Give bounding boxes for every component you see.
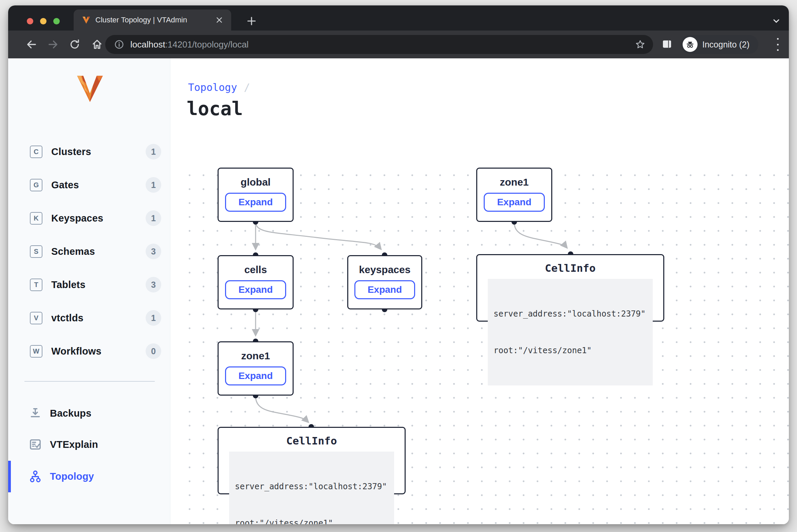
- node-title: global: [241, 176, 271, 188]
- keyspaces-letter-icon: K: [30, 212, 42, 225]
- browser-toolbar: localhost:14201/topology/local Incognito…: [8, 31, 789, 58]
- active-item-indicator: [8, 461, 11, 492]
- count-badge: 3: [146, 244, 161, 259]
- cellinfo-code: server_address:"localhost:2379" root:"/v…: [229, 452, 394, 524]
- sidebar-item-vtctlds[interactable]: V vtctlds 1: [8, 308, 170, 327]
- sidebar-item-label: vtctlds: [51, 312, 84, 324]
- topology-canvas: Topology/ local: [170, 58, 789, 524]
- sidebar-item-workflows[interactable]: W Workflows 0: [8, 342, 170, 361]
- sidebar-item-label: Tablets: [51, 279, 86, 290]
- forward-button[interactable]: [47, 39, 59, 50]
- node-title: keyspaces: [359, 264, 411, 276]
- edge-zone1-cellinfo: [256, 396, 308, 422]
- tablets-letter-icon: T: [30, 279, 42, 291]
- document-check-icon: [29, 438, 42, 451]
- vitess-favicon-icon: [82, 16, 91, 24]
- incognito-icon: [683, 37, 698, 52]
- topology-node-cellinfo-right: CellInfo server_address:"localhost:2379"…: [476, 254, 664, 322]
- browser-window: Cluster Topology | VTAdmin: [8, 5, 789, 524]
- browser-menu-icon[interactable]: [776, 38, 779, 51]
- count-badge: 1: [146, 144, 161, 159]
- url-host: localhost: [130, 39, 165, 50]
- gates-letter-icon: G: [30, 179, 42, 191]
- traffic-light-zoom[interactable]: [53, 18, 60, 24]
- sidebar-item-label: Backups: [50, 408, 91, 419]
- schemas-letter-icon: S: [30, 245, 42, 258]
- cellinfo-root: root:"/vitess/zone1": [494, 344, 647, 357]
- traffic-light-minimize[interactable]: [40, 18, 47, 24]
- sidebar-item-vtexplain[interactable]: VTExplain: [8, 435, 170, 454]
- home-button[interactable]: [91, 39, 103, 50]
- expand-button-global[interactable]: Expand: [225, 193, 286, 212]
- sidebar-item-label: Schemas: [51, 246, 95, 257]
- node-title: zone1: [241, 350, 270, 362]
- count-badge: 0: [146, 343, 161, 359]
- reload-button[interactable]: [69, 39, 80, 50]
- sidebar-item-label: Keyspaces: [51, 213, 103, 224]
- count-badge: 3: [146, 277, 161, 292]
- topology-icon: [29, 470, 42, 483]
- topology-node-cellinfo-bottom: CellInfo server_address:"localhost:2379"…: [218, 427, 406, 494]
- count-badge: 1: [146, 210, 161, 226]
- sidebar-item-tablets[interactable]: T Tablets 3: [8, 275, 170, 294]
- expand-button-zone1-right[interactable]: Expand: [484, 193, 544, 212]
- sidebar-item-label: VTExplain: [50, 439, 98, 450]
- tab-bar: Cluster Topology | VTAdmin: [8, 5, 789, 31]
- sidebar-divider: [24, 381, 155, 382]
- download-icon: [29, 406, 42, 420]
- vitess-logo: [75, 74, 105, 104]
- sidebar-item-gates[interactable]: G Gates 1: [8, 175, 170, 194]
- incognito-label: Incognito (2): [702, 40, 749, 50]
- count-badge: 1: [146, 310, 161, 326]
- site-info-icon[interactable]: [114, 39, 124, 50]
- topology-node-zone1-right: zone1 Expand: [476, 168, 552, 222]
- topology-node-zone1-left: zone1 Expand: [218, 341, 294, 396]
- url-path: :14201/topology/local: [165, 39, 249, 50]
- topology-node-keyspaces: keyspaces Expand: [347, 255, 422, 309]
- sidebar: C Clusters 1 G Gates 1 K Keyspaces 1 S S…: [8, 58, 170, 524]
- node-title: CellInfo: [545, 262, 595, 274]
- sidebar-item-label: Clusters: [51, 146, 91, 157]
- cellinfo-server-address: server_address:"localhost:2379": [235, 480, 388, 493]
- expand-button-zone1-left[interactable]: Expand: [225, 366, 286, 385]
- sidebar-item-topology[interactable]: Topology: [8, 467, 170, 486]
- page-content: C Clusters 1 G Gates 1 K Keyspaces 1 S S…: [8, 58, 789, 524]
- topology-node-global: global Expand: [218, 168, 294, 222]
- node-title: CellInfo: [286, 435, 337, 447]
- address-bar[interactable]: localhost:14201/topology/local: [105, 35, 653, 54]
- browser-tab[interactable]: Cluster Topology | VTAdmin: [74, 10, 231, 31]
- traffic-light-close[interactable]: [27, 18, 33, 24]
- cellinfo-server-address: server_address:"localhost:2379": [494, 308, 647, 320]
- tab-search-chevron-icon[interactable]: [771, 16, 781, 26]
- sidebar-item-label: Gates: [51, 179, 79, 191]
- edge-zone1right-cellinfo: [514, 223, 567, 248]
- expand-button-keyspaces[interactable]: Expand: [354, 280, 415, 299]
- tab-title: Cluster Topology | VTAdmin: [95, 16, 214, 24]
- sidebar-item-backups[interactable]: Backups: [8, 404, 170, 423]
- workflows-letter-icon: W: [30, 345, 42, 358]
- count-badge: 1: [146, 177, 161, 193]
- side-panel-icon[interactable]: [662, 39, 672, 50]
- node-title: cells: [244, 264, 267, 276]
- sidebar-item-label: Topology: [50, 471, 94, 482]
- expand-button-cells[interactable]: Expand: [225, 280, 286, 299]
- clusters-letter-icon: C: [30, 146, 42, 158]
- cellinfo-root: root:"/vitess/zone1": [235, 517, 388, 524]
- sidebar-item-clusters[interactable]: C Clusters 1: [8, 142, 170, 161]
- sidebar-item-keyspaces[interactable]: K Keyspaces 1: [8, 209, 170, 228]
- sidebar-item-schemas[interactable]: S Schemas 3: [8, 242, 170, 261]
- incognito-badge[interactable]: Incognito (2): [681, 35, 758, 54]
- topology-node-cells: cells Expand: [218, 255, 294, 309]
- vtctlds-letter-icon: V: [30, 312, 42, 324]
- sidebar-item-label: Workflows: [51, 346, 101, 357]
- tab-close-icon[interactable]: [214, 15, 224, 25]
- cellinfo-code: server_address:"localhost:2379" root:"/v…: [488, 279, 653, 385]
- edge-global-keyspaces: [256, 223, 381, 249]
- url-text: localhost:14201/topology/local: [130, 39, 635, 50]
- bookmark-star-icon[interactable]: [635, 39, 646, 50]
- node-title: zone1: [500, 176, 529, 188]
- new-tab-button[interactable]: [246, 15, 257, 27]
- back-button[interactable]: [26, 39, 37, 50]
